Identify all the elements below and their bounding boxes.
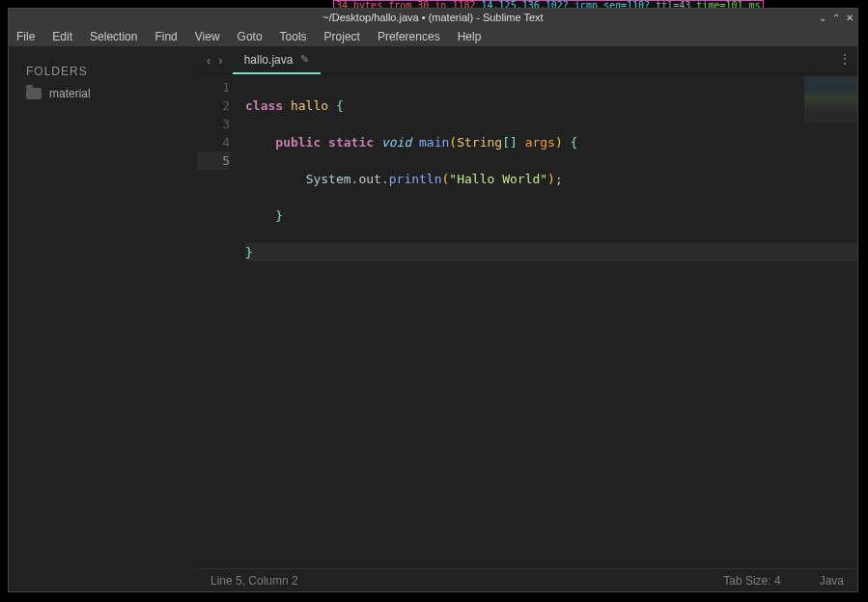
more-menu-icon[interactable]: ⋮	[838, 51, 850, 67]
code-content[interactable]: class hallo { public static void main(St…	[241, 74, 857, 568]
window-close-icon[interactable]: ✕	[846, 13, 854, 23]
line-gutter: 1 2 3 4 5	[197, 74, 241, 568]
code-line: class hallo {	[245, 96, 857, 115]
code-line-current: }	[245, 243, 857, 261]
editor[interactable]: 1 2 3 4 5 class hallo { public static vo…	[197, 74, 857, 568]
window-title: ~/Desktop/hallo.java • (material) - Subl…	[322, 12, 543, 23]
menubar: File Edit Selection Find View Goto Tools…	[9, 26, 857, 47]
menu-tools[interactable]: Tools	[280, 30, 307, 43]
line-number: 4	[197, 133, 230, 151]
menu-help[interactable]: Help	[458, 30, 482, 43]
tab-bar: ‹ › hallo.java ✎ ⋮	[197, 47, 857, 74]
titlebar[interactable]: ~/Desktop/hallo.java • (material) - Subl…	[9, 9, 857, 26]
folder-icon	[26, 88, 42, 99]
tab-hallo-java[interactable]: hallo.java ✎	[233, 47, 322, 74]
status-cursor-pos[interactable]: Line 5, Column 2	[210, 574, 298, 588]
modified-icon: ✎	[300, 53, 309, 66]
sidebar-heading: FOLDERS	[9, 65, 197, 84]
line-number: 1	[197, 78, 230, 96]
menu-project[interactable]: Project	[324, 30, 360, 43]
line-number: 2	[197, 96, 230, 115]
app-window: ~/Desktop/hallo.java • (material) - Subl…	[8, 8, 858, 592]
window-minimize-icon[interactable]: ⌄	[819, 13, 826, 23]
tab-label: hallo.java	[244, 53, 294, 67]
menu-view[interactable]: View	[195, 30, 220, 43]
folder-item-material[interactable]: material	[9, 84, 197, 103]
menu-selection[interactable]: Selection	[90, 30, 137, 43]
code-line: }	[245, 206, 857, 225]
menu-find[interactable]: Find	[154, 30, 177, 43]
code-line: public static void main(String[] args) {	[245, 133, 857, 151]
status-bar: Line 5, Column 2 Tab Size: 4 Java	[197, 568, 857, 591]
editor-area: ‹ › hallo.java ✎ ⋮ 1 2 3 4 5 class hallo…	[197, 47, 857, 591]
menu-file[interactable]: File	[16, 30, 35, 43]
nav-back-icon[interactable]: ‹	[207, 53, 210, 68]
menu-goto[interactable]: Goto	[238, 30, 263, 43]
window-maximize-icon[interactable]: ⌃	[832, 13, 840, 23]
line-number-current: 5	[197, 151, 230, 170]
sidebar: FOLDERS material	[9, 47, 197, 591]
minimap[interactable]	[804, 76, 857, 123]
code-line: System.out.println("Hallo World");	[245, 170, 857, 188]
status-tab-size[interactable]: Tab Size: 4	[723, 574, 780, 588]
folder-label: material	[49, 87, 91, 100]
status-language[interactable]: Java	[820, 574, 844, 588]
menu-edit[interactable]: Edit	[52, 30, 72, 43]
line-number: 3	[197, 115, 230, 133]
nav-forward-icon[interactable]: ›	[218, 53, 222, 68]
menu-preferences[interactable]: Preferences	[378, 30, 440, 43]
